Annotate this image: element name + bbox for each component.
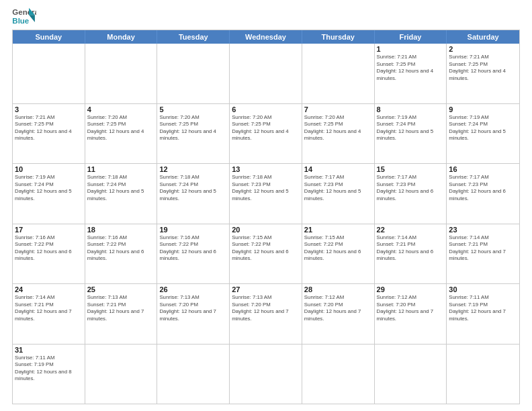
day-info: Sunrise: 7:17 AM Sunset: 7:23 PM Dayligh… (304, 174, 372, 202)
day-info: Sunrise: 7:20 AM Sunset: 7:25 PM Dayligh… (232, 114, 300, 142)
svg-text:Blue: Blue (12, 17, 29, 25)
day-info: Sunrise: 7:14 AM Sunset: 7:21 PM Dayligh… (377, 234, 445, 263)
day-number: 9 (449, 105, 517, 113)
day-info: Sunrise: 7:21 AM Sunset: 7:25 PM Dayligh… (449, 54, 517, 82)
weekday-header: Monday (85, 30, 158, 44)
calendar-cell (85, 345, 158, 404)
calendar-cell: 29Sunrise: 7:12 AM Sunset: 7:20 PM Dayli… (375, 284, 447, 344)
day-number: 14 (304, 165, 372, 173)
calendar-cell: 21Sunrise: 7:15 AM Sunset: 7:22 PM Dayli… (302, 224, 375, 284)
day-number: 24 (15, 285, 83, 293)
calendar-cell: 1Sunrise: 7:21 AM Sunset: 7:25 PM Daylig… (375, 44, 447, 103)
calendar-row: 24Sunrise: 7:14 AM Sunset: 7:21 PM Dayli… (13, 283, 519, 344)
day-info: Sunrise: 7:21 AM Sunset: 7:25 PM Dayligh… (15, 114, 83, 142)
calendar-body: 1Sunrise: 7:21 AM Sunset: 7:25 PM Daylig… (13, 44, 519, 404)
day-number: 27 (232, 285, 300, 293)
calendar-cell: 9Sunrise: 7:19 AM Sunset: 7:24 PM Daylig… (447, 104, 519, 164)
day-number: 31 (15, 346, 83, 354)
page: General Blue SundayMondayTuesdayWednesda… (0, 0, 532, 411)
day-info: Sunrise: 7:13 AM Sunset: 7:21 PM Dayligh… (87, 294, 155, 322)
calendar-cell (447, 345, 519, 404)
calendar-cell: 6Sunrise: 7:20 AM Sunset: 7:25 PM Daylig… (230, 104, 302, 164)
calendar-cell (157, 345, 230, 404)
day-info: Sunrise: 7:14 AM Sunset: 7:21 PM Dayligh… (15, 294, 83, 322)
calendar-cell: 16Sunrise: 7:17 AM Sunset: 7:23 PM Dayli… (447, 164, 519, 224)
weekday-header: Friday (375, 30, 447, 44)
header: General Blue (12, 7, 520, 27)
day-number: 28 (304, 285, 372, 293)
weekday-header: Sunday (13, 30, 85, 44)
day-number: 22 (377, 226, 445, 234)
calendar-cell (85, 44, 158, 103)
day-info: Sunrise: 7:17 AM Sunset: 7:23 PM Dayligh… (449, 174, 517, 202)
calendar-cell: 28Sunrise: 7:12 AM Sunset: 7:20 PM Dayli… (302, 284, 375, 344)
day-number: 5 (159, 105, 227, 113)
calendar-cell: 26Sunrise: 7:13 AM Sunset: 7:20 PM Dayli… (157, 284, 230, 344)
weekday-header: Tuesday (157, 30, 230, 44)
day-info: Sunrise: 7:14 AM Sunset: 7:21 PM Dayligh… (449, 234, 517, 263)
day-info: Sunrise: 7:16 AM Sunset: 7:22 PM Dayligh… (87, 234, 155, 263)
day-info: Sunrise: 7:18 AM Sunset: 7:24 PM Dayligh… (87, 174, 155, 202)
calendar-cell: 31Sunrise: 7:11 AM Sunset: 7:19 PM Dayli… (13, 345, 85, 404)
calendar-cell: 7Sunrise: 7:20 AM Sunset: 7:25 PM Daylig… (302, 104, 375, 164)
day-info: Sunrise: 7:13 AM Sunset: 7:20 PM Dayligh… (232, 294, 300, 322)
day-number: 6 (232, 105, 300, 113)
calendar-header: SundayMondayTuesdayWednesdayThursdayFrid… (13, 30, 519, 44)
calendar-cell: 15Sunrise: 7:17 AM Sunset: 7:23 PM Dayli… (375, 164, 447, 224)
day-number: 1 (377, 45, 445, 53)
weekday-header: Saturday (447, 30, 519, 44)
day-number: 15 (377, 165, 445, 173)
day-info: Sunrise: 7:16 AM Sunset: 7:22 PM Dayligh… (159, 234, 227, 263)
day-number: 26 (159, 285, 227, 293)
calendar-cell: 22Sunrise: 7:14 AM Sunset: 7:21 PM Dayli… (375, 224, 447, 284)
calendar-cell: 14Sunrise: 7:17 AM Sunset: 7:23 PM Dayli… (302, 164, 375, 224)
calendar-cell (230, 345, 302, 404)
day-number: 19 (159, 226, 227, 234)
calendar-cell: 18Sunrise: 7:16 AM Sunset: 7:22 PM Dayli… (85, 224, 158, 284)
calendar-cell (230, 44, 302, 103)
day-number: 25 (87, 285, 155, 293)
day-number: 20 (232, 226, 300, 234)
day-info: Sunrise: 7:18 AM Sunset: 7:23 PM Dayligh… (232, 174, 300, 202)
day-number: 8 (377, 105, 445, 113)
calendar-cell: 17Sunrise: 7:16 AM Sunset: 7:22 PM Dayli… (13, 224, 85, 284)
day-info: Sunrise: 7:15 AM Sunset: 7:22 PM Dayligh… (232, 234, 300, 263)
day-info: Sunrise: 7:12 AM Sunset: 7:20 PM Dayligh… (377, 294, 445, 322)
day-info: Sunrise: 7:17 AM Sunset: 7:23 PM Dayligh… (377, 174, 445, 202)
day-number: 29 (377, 285, 445, 293)
day-number: 13 (232, 165, 300, 173)
calendar-cell: 13Sunrise: 7:18 AM Sunset: 7:23 PM Dayli… (230, 164, 302, 224)
calendar-cell: 3Sunrise: 7:21 AM Sunset: 7:25 PM Daylig… (13, 104, 85, 164)
day-info: Sunrise: 7:11 AM Sunset: 7:19 PM Dayligh… (449, 294, 517, 322)
day-info: Sunrise: 7:20 AM Sunset: 7:25 PM Dayligh… (87, 114, 155, 142)
logo: General Blue (12, 7, 36, 27)
day-number: 2 (449, 45, 517, 53)
calendar-row: 1Sunrise: 7:21 AM Sunset: 7:25 PM Daylig… (13, 44, 519, 103)
day-info: Sunrise: 7:13 AM Sunset: 7:20 PM Dayligh… (159, 294, 227, 322)
calendar-cell: 11Sunrise: 7:18 AM Sunset: 7:24 PM Dayli… (85, 164, 158, 224)
day-number: 12 (159, 165, 227, 173)
calendar-cell: 4Sunrise: 7:20 AM Sunset: 7:25 PM Daylig… (85, 104, 158, 164)
day-number: 21 (304, 226, 372, 234)
calendar-row: 3Sunrise: 7:21 AM Sunset: 7:25 PM Daylig… (13, 103, 519, 164)
calendar-cell: 24Sunrise: 7:14 AM Sunset: 7:21 PM Dayli… (13, 284, 85, 344)
logo-icon: General Blue (12, 7, 36, 27)
day-number: 4 (87, 105, 155, 113)
calendar-cell: 25Sunrise: 7:13 AM Sunset: 7:21 PM Dayli… (85, 284, 158, 344)
day-info: Sunrise: 7:15 AM Sunset: 7:22 PM Dayligh… (304, 234, 372, 263)
calendar-cell: 2Sunrise: 7:21 AM Sunset: 7:25 PM Daylig… (447, 44, 519, 103)
calendar-cell: 23Sunrise: 7:14 AM Sunset: 7:21 PM Dayli… (447, 224, 519, 284)
calendar-cell: 5Sunrise: 7:20 AM Sunset: 7:25 PM Daylig… (157, 104, 230, 164)
day-number: 7 (304, 105, 372, 113)
day-info: Sunrise: 7:21 AM Sunset: 7:25 PM Dayligh… (377, 54, 445, 82)
day-number: 16 (449, 165, 517, 173)
calendar-cell (302, 44, 375, 103)
day-number: 30 (449, 285, 517, 293)
calendar: SundayMondayTuesdayWednesdayThursdayFrid… (12, 30, 520, 404)
weekday-header: Thursday (302, 30, 375, 44)
calendar-cell: 8Sunrise: 7:19 AM Sunset: 7:24 PM Daylig… (375, 104, 447, 164)
calendar-cell: 19Sunrise: 7:16 AM Sunset: 7:22 PM Dayli… (157, 224, 230, 284)
calendar-cell: 30Sunrise: 7:11 AM Sunset: 7:19 PM Dayli… (447, 284, 519, 344)
day-number: 11 (87, 165, 155, 173)
day-number: 3 (15, 105, 83, 113)
